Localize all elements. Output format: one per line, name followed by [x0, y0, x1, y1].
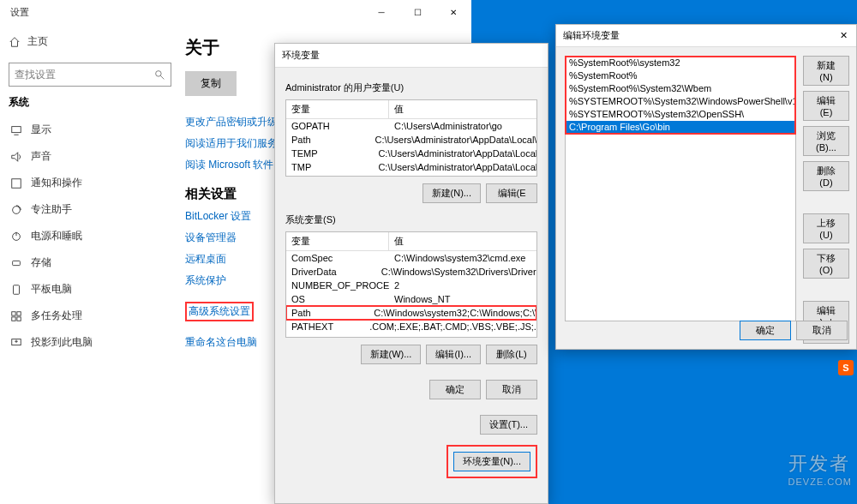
- user-vars-table[interactable]: 变量 值 GOPATHC:\Users\Administrator\goPath…: [285, 99, 537, 177]
- copy-button[interactable]: 复制: [185, 71, 237, 96]
- link[interactable]: 阅读适用于我们服务: [185, 136, 278, 151]
- cell-name: TEMP: [286, 147, 373, 160]
- cell-name: Path: [286, 306, 369, 320]
- path-item[interactable]: %SystemRoot%\System32\Wbem: [566, 82, 795, 95]
- sys-new-button[interactable]: 新建(W)...: [361, 345, 422, 364]
- sys-edit-button[interactable]: 编辑(I)...: [426, 345, 481, 364]
- table-row[interactable]: PathC:\Users\Administrator\AppData\Local…: [286, 133, 536, 147]
- nav-icon: [10, 204, 22, 216]
- sys-vars-label: 系统变量(S): [285, 213, 537, 226]
- path-buttons: 新建(N) 编辑(E) 浏览(B)... 删除(D) 上移(U) 下移(O) 编…: [803, 56, 849, 344]
- sidebar-item[interactable]: 电源和睡眠: [9, 223, 170, 249]
- home-label: 主页: [27, 34, 48, 49]
- path-item[interactable]: %SystemRoot%: [566, 69, 795, 82]
- ok-button[interactable]: 确定: [429, 380, 481, 399]
- delete-button[interactable]: 删除(D): [803, 161, 849, 191]
- path-item[interactable]: %SYSTEMROOT%\System32\OpenSSH\: [566, 108, 795, 121]
- user-vars-label: Administrator 的用户变量(U): [285, 81, 537, 94]
- sidebar-item[interactable]: 通知和操作: [9, 170, 170, 196]
- svg-rect-10: [12, 311, 15, 315]
- cell-value: C:\Windows\system32\cmd.exe: [389, 251, 530, 265]
- table-row[interactable]: PathC:\Windows\system32;C:\Windows;C:\Wi…: [286, 306, 536, 320]
- svg-point-0: [156, 70, 162, 76]
- sidebar-item[interactable]: 显示: [9, 117, 170, 143]
- table-row[interactable]: GOPATHC:\Users\Administrator\go: [286, 119, 536, 133]
- env-var-dialog: 环境变量 Administrator 的用户变量(U) 变量 值 GOPATHC…: [274, 43, 548, 504]
- link[interactable]: 重命名这台电脑: [185, 335, 278, 350]
- path-item[interactable]: %SYSTEMROOT%\System32\WindowsPowerShell\…: [566, 95, 795, 108]
- env-var-n-button[interactable]: 环境变量(N)...: [453, 452, 530, 471]
- cell-value: C:\Users\Administrator\go: [389, 119, 507, 133]
- col-name: 变量: [286, 232, 389, 250]
- table-row[interactable]: TMPC:\Users\Administrator\AppData\Local\…: [286, 160, 536, 174]
- user-edit-button[interactable]: 编辑(E: [486, 183, 537, 203]
- link[interactable]: 远程桌面: [185, 252, 278, 267]
- edit-button[interactable]: 编辑(E): [803, 91, 849, 121]
- sidebar-item[interactable]: 专注助手: [9, 196, 170, 223]
- cell-value: C:\Windows\System32\Drivers\DriverData: [376, 265, 536, 279]
- link[interactable]: 更改产品密钥或升级: [185, 115, 278, 129]
- cell-value: C:\Windows\system32;C:\Windows;C:\Window…: [369, 306, 536, 320]
- table-row[interactable]: DriverDataC:\Windows\System32\Drivers\Dr…: [286, 265, 536, 279]
- table-row[interactable]: OSWindows_NT: [286, 292, 536, 306]
- settings-t-button[interactable]: 设置(T)...: [480, 415, 537, 435]
- nav-icon: [10, 231, 22, 243]
- close-button[interactable]: ✕: [435, 0, 471, 24]
- link[interactable]: 系统保护: [185, 273, 278, 288]
- minimize-button[interactable]: ─: [363, 0, 399, 24]
- move-down-button[interactable]: 下移(O): [803, 249, 849, 279]
- table-row[interactable]: TEMPC:\Users\Administrator\AppData\Local…: [286, 147, 536, 160]
- link[interactable]: 阅读 Microsoft 软件: [185, 158, 278, 172]
- cell-value: C:\Users\Administrator\AppData\Local\Mic…: [370, 133, 536, 147]
- sys-del-button[interactable]: 删除(L): [486, 345, 537, 364]
- link[interactable]: BitLocker 设置: [185, 209, 278, 224]
- dialog-title: 环境变量: [275, 44, 548, 68]
- watermark: 开发者 DEVZE.COM: [788, 451, 852, 487]
- search-input[interactable]: 查找设置: [9, 63, 171, 87]
- nav-icon: [10, 310, 22, 322]
- browse-button[interactable]: 浏览(B)...: [803, 126, 849, 156]
- sys-vars-table[interactable]: 变量 值 ComSpecC:\Windows\system32\cmd.exeD…: [285, 231, 537, 338]
- path-dialog-title: 编辑环境变量: [563, 29, 620, 42]
- sidebar-item[interactable]: 多任务处理: [9, 303, 170, 329]
- path-item[interactable]: %SystemRoot%\system32: [566, 57, 795, 69]
- path-item[interactable]: C:\Program Files\Go\bin: [566, 121, 795, 134]
- ime-tray-icon[interactable]: S: [838, 360, 854, 375]
- nav-icon: [10, 151, 22, 163]
- nav-icon: [10, 284, 22, 296]
- path-list[interactable]: %SystemRoot%\system32%SystemRoot%%System…: [565, 56, 796, 321]
- new-button[interactable]: 新建(N): [803, 56, 849, 86]
- cell-value: C:\Users\Administrator\AppData\Local\Tem…: [373, 160, 536, 174]
- link[interactable]: 设备管理器: [185, 231, 278, 245]
- user-new-button[interactable]: 新建(N)...: [423, 183, 481, 203]
- nav-label: 电源和睡眠: [31, 229, 82, 243]
- cancel-button[interactable]: 取消: [796, 321, 848, 340]
- nav-label: 声音: [31, 149, 51, 164]
- sidebar-item[interactable]: 声音: [9, 143, 170, 170]
- svg-rect-11: [17, 311, 21, 315]
- sidebar-category: 系统: [9, 95, 170, 110]
- sidebar-item-home[interactable]: 主页: [9, 31, 170, 52]
- page-title: 关于: [185, 36, 278, 59]
- nav-label: 存储: [31, 255, 51, 270]
- sidebar-item[interactable]: 存储: [9, 249, 170, 276]
- close-icon[interactable]: ✕: [837, 30, 849, 41]
- link[interactable]: 高级系统设置: [185, 302, 254, 321]
- table-row[interactable]: ComSpecC:\Windows\system32\cmd.exe: [286, 251, 536, 265]
- cell-value: .COM;.EXE;.BAT;.CMD;.VBS;.VBE;.JS;.JSE;.…: [364, 320, 536, 333]
- ok-button[interactable]: 确定: [740, 321, 791, 340]
- sidebar-item[interactable]: 平板电脑: [9, 276, 170, 303]
- cancel-button[interactable]: 取消: [486, 380, 537, 399]
- edit-path-dialog: 编辑环境变量 ✕ %SystemRoot%\system32%SystemRoo…: [555, 24, 857, 350]
- nav-icon: [10, 257, 22, 269]
- nav-label: 投影到此电脑: [31, 335, 93, 350]
- cell-name: OS: [286, 292, 389, 306]
- table-row[interactable]: PROCESSOR_ARCHITECT...AMD64: [286, 333, 536, 338]
- move-up-button[interactable]: 上移(U): [803, 213, 849, 243]
- maximize-button[interactable]: ☐: [399, 0, 435, 24]
- table-row[interactable]: NUMBER_OF_PROCESSORS2: [286, 279, 536, 292]
- table-row[interactable]: PATHEXT.COM;.EXE;.BAT;.CMD;.VBS;.VBE;.JS…: [286, 320, 536, 333]
- nav-label: 显示: [31, 123, 51, 137]
- search-placeholder: 查找设置: [15, 68, 56, 82]
- sidebar-item[interactable]: 投影到此电脑: [9, 329, 170, 356]
